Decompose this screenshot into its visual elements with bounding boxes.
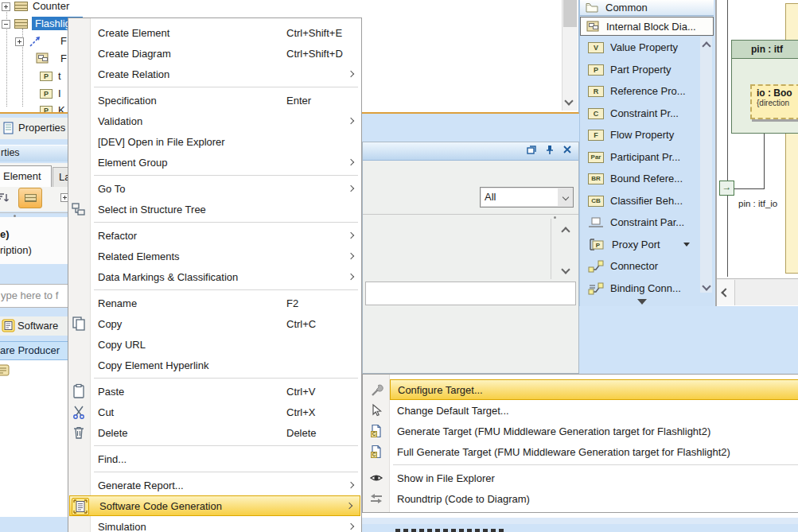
tree-scrollbar[interactable] <box>562 0 578 111</box>
menu-item-validation[interactable]: Validation <box>68 111 361 131</box>
menu-item-find[interactable]: Find... <box>68 449 361 469</box>
close-panel-icon[interactable] <box>562 145 572 154</box>
part-shape-header[interactable]: pin : itf <box>732 41 798 59</box>
divider-grip <box>554 216 556 219</box>
value-property-icon: V <box>588 42 604 53</box>
menu-item-paste[interactable]: Paste Ctrl+V <box>68 381 361 402</box>
scrollbar-thumb[interactable] <box>563 0 577 27</box>
scroll-down-icon[interactable] <box>703 280 710 292</box>
submenu-arrow-icon <box>348 232 354 239</box>
submenu-item-generate-target[interactable]: C Generate Target (FMU Middleware Genera… <box>363 421 798 441</box>
submenu-arrow-icon <box>348 482 354 488</box>
participant-property-icon: Par <box>588 152 604 163</box>
menu-item-dev-open-file-explorer[interactable]: [DEV] Open in File Explorer <box>68 131 361 152</box>
filter-scope-value: All <box>481 188 558 206</box>
software-selected-item[interactable]: are Producer <box>0 341 68 360</box>
tool-bound-reference[interactable]: BR Bound Refere... <box>580 168 701 189</box>
submenu-item-change-default-target[interactable]: Change Default Target... <box>363 400 798 421</box>
menu-item-copy-element-hyperlink[interactable]: Copy Element Hyperlink <box>68 355 361 375</box>
properties-value-input[interactable] <box>365 282 576 305</box>
submenu-arrow-icon <box>348 118 354 124</box>
tool-value-property[interactable]: V Value Property <box>580 37 701 58</box>
menu-item-copy[interactable]: Copy Ctrl+C <box>68 313 361 334</box>
dropdown-button[interactable] <box>559 188 573 207</box>
spin-down-icon[interactable] <box>562 263 569 275</box>
properties-panel-body: All <box>362 142 579 374</box>
expand-icon[interactable] <box>15 37 24 46</box>
menu-item-copy-url[interactable]: Copy URL <box>68 334 361 355</box>
menu-item-generate-report[interactable]: Generate Report... <box>68 475 361 495</box>
flow-property-shape[interactable]: io : Boo {direction <box>750 84 798 119</box>
menu-item-refactor[interactable]: Refactor <box>68 225 361 246</box>
menu-item-element-group[interactable]: Element Group <box>68 152 361 173</box>
tool-connector[interactable]: Connector <box>580 255 701 277</box>
expand-all-icon[interactable] <box>60 193 68 202</box>
software-dock-tab[interactable]: Software <box>0 316 68 336</box>
float-panel-icon[interactable] <box>526 145 537 155</box>
tool-proxy-port[interactable]: P Proxy Port <box>580 234 701 255</box>
submenu-item-full-generate-target[interactable]: C Full Generate Target (FMU Middleware G… <box>363 441 798 462</box>
menu-item-cut[interactable]: Cut Ctrl+X <box>68 402 361 422</box>
spin-up-icon[interactable] <box>562 225 569 237</box>
expand-icon[interactable] <box>2 2 10 11</box>
menu-item-select-in-structure-tree[interactable]: Select in Structure Tree <box>68 199 361 219</box>
divider <box>0 212 68 213</box>
tool-constraint-parameter[interactable]: Constraint Par... <box>580 212 701 233</box>
target-config-icon[interactable] <box>0 362 11 378</box>
menu-separator <box>68 287 361 293</box>
menu-item-go-to[interactable]: Go To <box>68 178 361 199</box>
dropdown-arrow-icon[interactable] <box>683 243 690 247</box>
divider <box>363 214 578 215</box>
menu-item-software-code-generation[interactable]: Software Code Generation <box>69 495 360 516</box>
cut-icon <box>71 404 87 420</box>
tool-binding-connector[interactable]: Binding Conn... <box>580 278 701 299</box>
menu-item-create-relation[interactable]: Create Relation <box>68 64 361 84</box>
menu-item-data-markings[interactable]: Data Markings & Classification <box>68 266 361 287</box>
toolbox-section-ibd[interactable]: Internal Block Dia... <box>580 17 714 36</box>
menu-item-simulation[interactable]: Simulation <box>68 516 361 532</box>
tool-part-property[interactable]: P Part Property <box>580 59 701 80</box>
submenu-arrow-icon <box>348 523 354 530</box>
tool-constraint-property[interactable]: C Constraint Pr... <box>580 103 701 124</box>
tool-classifier-behavior[interactable]: CB Classifier Beh... <box>580 190 701 212</box>
properties-filter-input[interactable]: ype here to f <box>0 284 68 308</box>
connector-line[interactable] <box>734 188 764 189</box>
part-property-icon: P <box>40 72 53 81</box>
scroll-down-icon[interactable] <box>564 96 573 105</box>
toolbox-more-icon[interactable] <box>637 299 647 305</box>
pin-panel-icon[interactable] <box>545 145 555 156</box>
menu-item-rename[interactable]: Rename F2 <box>68 293 361 313</box>
diagram-canvas[interactable]: pin : itf io : Boo {direction → pin : it… <box>715 0 798 306</box>
submenu-item-configure-target[interactable]: Configure Target... <box>390 379 798 400</box>
menu-item-create-element[interactable]: Create Element Ctrl+Shift+E <box>68 22 361 43</box>
collapse-icon[interactable] <box>2 20 10 29</box>
port-direction-icon: → <box>722 181 732 192</box>
diagram-hscrollbar[interactable] <box>717 278 798 305</box>
proxy-port-shape[interactable]: → <box>719 181 734 196</box>
scroll-up-icon[interactable] <box>703 40 710 52</box>
properties-dock-tab[interactable]: Properties <box>0 118 68 139</box>
menu-item-related-elements[interactable]: Related Elements <box>68 246 361 266</box>
show-blocks-button[interactable] <box>18 188 42 208</box>
sort-icon[interactable] <box>0 192 10 204</box>
tool-participant-property[interactable]: Par Participant Pr... <box>580 146 701 168</box>
part-property-icon: P <box>588 64 604 76</box>
toolbox-section-common[interactable]: Common <box>580 0 714 16</box>
tool-flow-property[interactable]: F Flow Property <box>580 124 701 146</box>
block-icon <box>14 19 28 29</box>
scroll-left-button[interactable] <box>717 280 735 305</box>
menu-item-create-diagram[interactable]: Create Diagram Ctrl+Shift+D <box>68 43 361 64</box>
filter-scope-select[interactable]: All <box>480 187 574 208</box>
tab-element[interactable]: Element <box>0 165 52 187</box>
submenu-item-show-in-file-explorer[interactable]: Show in File Explorer <box>363 468 798 488</box>
tool-reference-property[interactable]: R Reference Pro... <box>580 80 701 102</box>
constraint-parameter-icon <box>588 216 604 229</box>
software-panel-body: are Producer <box>0 354 68 517</box>
connector-line[interactable] <box>764 134 765 189</box>
tab-language[interactable]: La <box>53 167 68 187</box>
menu-item-specification[interactable]: Specification Enter <box>68 90 361 111</box>
submenu-item-roundtrip[interactable]: Roundtrip (Code to Diagram) <box>363 488 798 509</box>
roundtrip-arrows-icon <box>369 491 383 506</box>
toolbox-scrollbar[interactable] <box>700 37 712 293</box>
menu-item-delete[interactable]: Delete Delete <box>68 422 361 443</box>
